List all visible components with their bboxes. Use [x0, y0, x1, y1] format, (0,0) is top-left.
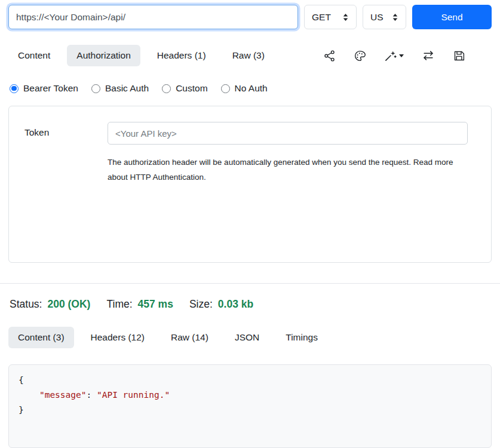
token-input[interactable] — [108, 122, 468, 145]
toolbar — [323, 49, 492, 62]
updown-caret-icon — [392, 13, 398, 22]
tab-response-headers[interactable]: Headers (12) — [81, 327, 154, 348]
request-tabs: Content Authorization Headers (1) Raw (3… — [8, 45, 492, 66]
status-value: 200 (OK) — [47, 298, 90, 311]
magic-wand-icon[interactable] — [384, 50, 404, 62]
json-open-brace: { — [19, 375, 24, 385]
radio-label: Custom — [176, 83, 207, 94]
auth-help-line-1: The authorization header will be automat… — [108, 155, 466, 170]
json-indent — [19, 390, 39, 400]
auth-panel: Token The authorization header will be a… — [8, 106, 492, 263]
radio-label: No Auth — [235, 83, 268, 94]
response-body: { "message": "API running." } — [8, 364, 492, 448]
tab-headers[interactable]: Headers (1) — [148, 45, 216, 66]
region-select-value: US — [370, 12, 384, 23]
json-value: "API running." — [97, 390, 170, 400]
url-input[interactable] — [8, 5, 298, 29]
tab-response-json[interactable]: JSON — [225, 327, 269, 348]
palette-icon[interactable] — [354, 50, 366, 62]
updown-caret-icon — [342, 13, 349, 22]
response-tabs: Content (3) Headers (12) Raw (14) JSON T… — [8, 327, 492, 348]
method-select-value: GET — [312, 12, 331, 23]
tab-raw[interactable]: Raw (3) — [223, 45, 274, 66]
share-icon[interactable] — [323, 50, 336, 62]
radio-label: Basic Auth — [105, 83, 149, 94]
tab-response-raw[interactable]: Raw (14) — [161, 327, 218, 348]
send-button[interactable]: Send — [412, 5, 492, 29]
radio-no-auth[interactable]: No Auth — [221, 83, 268, 94]
divider — [0, 283, 500, 284]
radio-icon[interactable] — [10, 84, 19, 93]
method-select[interactable]: GET — [304, 5, 357, 29]
size-value: 0.03 kb — [218, 298, 253, 311]
tab-content[interactable]: Content — [8, 45, 60, 66]
token-label: Token — [24, 122, 108, 185]
tab-authorization[interactable]: Authorization — [67, 45, 140, 66]
json-separator: : — [87, 390, 97, 400]
radio-label: Bearer Token — [23, 83, 78, 94]
status-bar: Status: 200 (OK) Time: 457 ms Size: 0.03… — [8, 298, 492, 311]
json-key: "message" — [39, 390, 87, 400]
radio-custom[interactable]: Custom — [162, 83, 207, 94]
json-close-brace: } — [19, 405, 24, 415]
auth-help-text: The authorization header will be automat… — [108, 155, 466, 185]
time-label: Time: — [106, 298, 132, 311]
radio-basic-auth[interactable]: Basic Auth — [91, 83, 149, 94]
request-bar: GET US Send — [8, 5, 492, 29]
radio-icon[interactable] — [162, 84, 171, 93]
tab-response-content[interactable]: Content (3) — [8, 327, 74, 348]
radio-icon[interactable] — [221, 84, 230, 93]
radio-bearer-token[interactable]: Bearer Token — [10, 83, 78, 94]
chevron-down-icon — [399, 54, 404, 57]
time-value: 457 ms — [138, 298, 173, 311]
region-select[interactable]: US — [363, 5, 406, 29]
status-label: Status: — [10, 298, 42, 311]
auth-help-line-2: about HTTP Authentication. — [108, 170, 466, 185]
size-label: Size: — [189, 298, 213, 311]
save-icon[interactable] — [453, 50, 465, 62]
swap-arrows-icon[interactable] — [422, 49, 435, 62]
tab-response-timings[interactable]: Timings — [276, 327, 327, 348]
auth-type-options: Bearer Token Basic Auth Custom No Auth — [8, 83, 492, 94]
radio-icon[interactable] — [91, 84, 100, 93]
